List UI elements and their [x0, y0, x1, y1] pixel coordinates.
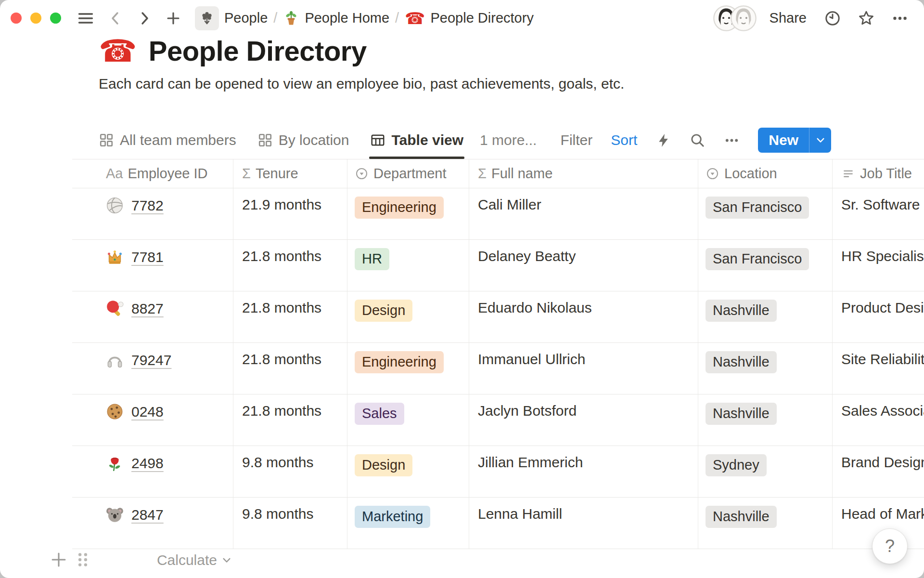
page-title: People Directory [149, 35, 367, 67]
back-icon[interactable] [107, 10, 124, 26]
tenure-cell[interactable]: 21.8 months [233, 343, 347, 394]
full-name-value: Eduardo Nikolaus [478, 300, 592, 315]
page-description: Each card can be opened to view an emplo… [99, 76, 821, 92]
view-tab-by-location[interactable]: By location [257, 121, 349, 159]
location-cell[interactable]: Nashville [698, 343, 833, 394]
full-name-cell[interactable]: Cali Miller [469, 188, 698, 239]
view-options-icon[interactable] [724, 132, 740, 148]
job-title-cell[interactable]: Product Desig [833, 291, 924, 342]
department-tag: Design [355, 454, 412, 476]
employee-id-link[interactable]: 0248 [131, 404, 164, 420]
column-header-full-name[interactable]: ΣFull name [469, 159, 698, 188]
sort-button[interactable]: Sort [611, 132, 637, 148]
employee-id-link[interactable]: 2498 [131, 455, 164, 472]
department-cell[interactable]: Engineering [347, 188, 469, 239]
updates-clock-icon[interactable] [824, 10, 841, 27]
job-title-cell[interactable]: Sales Associa [833, 394, 924, 446]
breadcrumb-item[interactable]: ☎People Directory [401, 8, 538, 28]
share-button[interactable]: Share [770, 10, 807, 26]
filter-button[interactable]: Filter [561, 132, 593, 148]
new-button[interactable]: New [758, 128, 809, 153]
location-cell[interactable]: Sydney [698, 446, 833, 497]
department-cell[interactable]: Sales [347, 394, 469, 446]
job-title-value: Sales Associa [841, 403, 924, 419]
formula-property-icon: Σ [242, 167, 251, 181]
tenure-cell[interactable]: 21.8 months [233, 291, 347, 342]
job-title-cell[interactable]: Brand Design [833, 446, 924, 497]
employee-id-cell[interactable]: 7781 [72, 240, 233, 291]
employee-id-link[interactable]: 7782 [131, 197, 164, 214]
tenure-cell[interactable]: 21.8 months [233, 394, 347, 446]
column-header-job-title[interactable]: Job Title [833, 159, 924, 188]
full-name-cell[interactable]: Delaney Beatty [469, 240, 698, 291]
location-cell[interactable]: Nashville [698, 291, 833, 342]
column-header-location[interactable]: Location [698, 159, 833, 188]
employee-id-link[interactable]: 79247 [131, 352, 171, 368]
full-name-cell[interactable]: Jillian Emmerich [469, 446, 698, 497]
more-options-icon[interactable] [891, 10, 909, 27]
calculate-control[interactable]: Calculate [72, 552, 233, 568]
gallery-view-icon [99, 132, 114, 148]
column-header-tenure[interactable]: ΣTenure [233, 159, 347, 188]
tenure-value: 21.8 months [242, 300, 321, 315]
avatar [730, 5, 757, 32]
location-cell[interactable]: Nashville [698, 498, 833, 549]
close-window-button[interactable] [11, 13, 22, 24]
job-title-cell[interactable]: Sr. Software E [833, 188, 924, 239]
page-header: ☎ People Directory Each card can be open… [99, 35, 821, 92]
column-header-employee-id[interactable]: AaEmployee ID [72, 159, 233, 188]
view-tab-table-view[interactable]: Table view [370, 121, 463, 159]
breadcrumb-item[interactable]: People Home [279, 8, 393, 28]
column-header-department[interactable]: Department [347, 159, 469, 188]
new-page-icon[interactable] [165, 10, 181, 26]
department-cell[interactable]: Engineering [347, 343, 469, 394]
collaborator-avatars[interactable] [713, 5, 757, 32]
job-title-cell[interactable]: Site Reliability [833, 343, 924, 394]
employee-id-cell[interactable]: 79247 [72, 343, 233, 394]
employee-id-cell[interactable]: 7782 [72, 188, 233, 239]
tenure-cell[interactable]: 9.8 months [233, 446, 347, 497]
tenure-cell[interactable]: 21.8 months [233, 240, 347, 291]
department-cell[interactable]: Design [347, 446, 469, 497]
tenure-cell[interactable]: 21.9 months [233, 188, 347, 239]
add-row-icon[interactable] [49, 550, 68, 569]
location-cell[interactable]: Nashville [698, 394, 833, 446]
tenure-value: 9.8 months [242, 506, 313, 522]
favorite-star-icon[interactable] [858, 10, 875, 27]
full-name-value: Jillian Emmerich [478, 454, 583, 470]
full-name-cell[interactable]: Lenna Hamill [469, 498, 698, 549]
employee-id-cell[interactable]: 2498 [72, 446, 233, 497]
full-name-cell[interactable]: Immanuel Ullrich [469, 343, 698, 394]
employee-id-link[interactable]: 7781 [131, 249, 164, 265]
breadcrumb-separator: / [273, 10, 277, 26]
top-bar: People / People Home / ☎People Directory… [0, 0, 924, 36]
automations-bolt-icon[interactable] [655, 132, 671, 148]
location-cell[interactable]: San Francisco [698, 188, 833, 239]
new-record-split-button: New [758, 128, 831, 153]
breadcrumb-item[interactable]: People [191, 4, 271, 32]
new-button-dropdown[interactable] [809, 128, 831, 153]
view-tab-all-team-members[interactable]: All team members [99, 121, 236, 159]
minimize-window-button[interactable] [30, 13, 41, 24]
employee-id-cell[interactable]: 2847 [72, 498, 233, 549]
employee-id-link[interactable]: 8827 [131, 301, 164, 317]
sidebar-menu-icon[interactable] [77, 9, 95, 27]
department-cell[interactable]: Design [347, 291, 469, 342]
full-name-cell[interactable]: Jaclyn Botsford [469, 394, 698, 446]
tenure-cell[interactable]: 9.8 months [233, 498, 347, 549]
search-icon[interactable] [690, 132, 706, 148]
page-icon-telephone[interactable]: ☎ [99, 36, 137, 66]
tenure-value: 21.8 months [242, 351, 321, 367]
employee-id-cell[interactable]: 0248 [72, 394, 233, 446]
forward-icon[interactable] [136, 10, 153, 26]
employee-id-cell[interactable]: 8827 [72, 291, 233, 342]
zoom-window-button[interactable] [50, 13, 61, 24]
job-title-cell[interactable]: HR Specialist [833, 240, 924, 291]
employee-id-link[interactable]: 2847 [131, 507, 164, 523]
location-cell[interactable]: San Francisco [698, 240, 833, 291]
department-cell[interactable]: Marketing [347, 498, 469, 549]
help-button[interactable]: ? [872, 528, 908, 564]
department-cell[interactable]: HR [347, 240, 469, 291]
full-name-cell[interactable]: Eduardo Nikolaus [469, 291, 698, 342]
more-views-button[interactable]: 1 more... [480, 132, 537, 148]
